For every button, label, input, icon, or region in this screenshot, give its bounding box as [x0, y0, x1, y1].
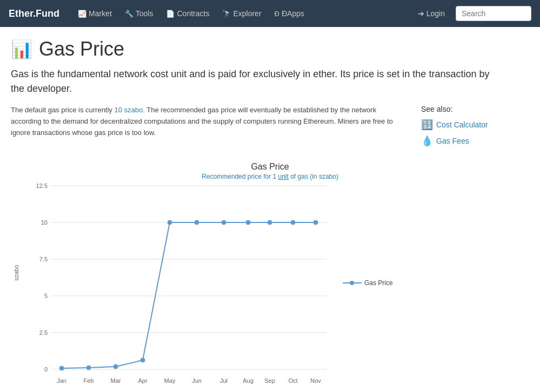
- nav-contracts[interactable]: 📄 Contracts: [161, 6, 215, 21]
- svg-text:Apr: Apr: [138, 377, 147, 384]
- description-text: The default gas price is currently 10 sz…: [11, 105, 399, 151]
- svg-point-31: [268, 220, 272, 225]
- page-icon: 📊: [11, 39, 32, 59]
- svg-point-32: [291, 220, 295, 225]
- svg-text:5: 5: [44, 293, 48, 299]
- svg-point-27: [168, 220, 172, 225]
- cost-calculator-link[interactable]: 🔢 Cost Calculator: [421, 119, 529, 131]
- intro-text: Gas is the fundamental network cost unit…: [11, 67, 497, 96]
- gas-price-chart: 0 2.5 5 7.5 10 12.5 Jan Feb Mar Apr May …: [24, 186, 337, 391]
- chart-subtitle: Recommended price for 1 unit of gas (in …: [11, 173, 529, 180]
- desc-highlight: 10 szabo: [114, 106, 143, 114]
- nav-contracts-label: Contracts: [177, 9, 209, 18]
- nav-dapps[interactable]: Ð ÐApps: [269, 6, 310, 21]
- svg-text:May: May: [164, 377, 176, 384]
- svg-point-26: [141, 358, 145, 362]
- nav-tools[interactable]: 🔧 Tools: [119, 6, 159, 21]
- see-also-panel: See also: 🔢 Cost Calculator 💧 Gas Fees: [421, 105, 529, 151]
- svg-text:Jun: Jun: [192, 377, 202, 384]
- gas-fees-label: Gas Fees: [436, 137, 469, 145]
- svg-point-25: [114, 364, 118, 369]
- svg-text:10: 10: [41, 219, 48, 226]
- tools-icon: 🔧: [125, 10, 134, 18]
- svg-text:Sep: Sep: [264, 377, 275, 384]
- svg-text:Mar: Mar: [111, 377, 121, 384]
- y-axis-label: szabo: [13, 270, 19, 281]
- svg-text:0: 0: [44, 366, 48, 373]
- search-input[interactable]: [456, 6, 531, 21]
- page-header: 📊 Gas Price: [11, 38, 529, 60]
- svg-text:Oct: Oct: [288, 377, 297, 384]
- nav-explorer-label: Explorer: [233, 9, 261, 18]
- main-content: 📊 Gas Price Gas is the fundamental netwo…: [0, 27, 540, 392]
- desc-before: The default gas price is currently: [11, 106, 114, 114]
- dapps-icon: Ð: [275, 10, 279, 18]
- login-link[interactable]: ➔ Login: [411, 6, 451, 21]
- svg-text:2.5: 2.5: [39, 329, 48, 336]
- contracts-icon: 📄: [166, 10, 175, 18]
- see-also-title: See also:: [421, 105, 529, 113]
- gas-fees-link[interactable]: 💧 Gas Fees: [421, 135, 529, 147]
- calculator-icon: 🔢: [421, 119, 433, 131]
- svg-text:Gas Price: Gas Price: [364, 279, 393, 287]
- svg-point-30: [246, 220, 250, 225]
- svg-point-33: [314, 220, 318, 225]
- nav-dapps-label: ÐApps: [282, 9, 304, 18]
- svg-point-29: [222, 220, 226, 225]
- market-icon: 📈: [78, 10, 86, 18]
- svg-point-28: [195, 220, 199, 225]
- svg-text:Jan: Jan: [57, 377, 66, 384]
- gas-fees-icon: 💧: [421, 135, 433, 147]
- svg-text:12.5: 12.5: [36, 183, 48, 189]
- explorer-icon: 🔭: [222, 10, 231, 18]
- nav-market[interactable]: 📈 Market: [72, 6, 117, 21]
- svg-text:Feb: Feb: [84, 377, 94, 384]
- svg-text:7.5: 7.5: [39, 256, 48, 262]
- svg-text:Jul: Jul: [220, 377, 228, 384]
- chart-title: Gas Price: [11, 162, 529, 172]
- brand-logo[interactable]: Ether.Fund: [9, 8, 59, 19]
- nav-market-label: Market: [89, 9, 112, 18]
- description-area: The default gas price is currently 10 sz…: [11, 105, 529, 151]
- nav-tools-label: Tools: [136, 9, 154, 18]
- cost-calculator-label: Cost Calculator: [436, 120, 488, 129]
- svg-point-24: [86, 366, 91, 370]
- svg-text:Aug: Aug: [243, 377, 254, 384]
- nav-links: 📈 Market 🔧 Tools 📄 Contracts 🔭 Explorer …: [72, 6, 411, 21]
- svg-text:Nov: Nov: [310, 377, 321, 384]
- page-title: Gas Price: [39, 38, 124, 60]
- svg-point-23: [59, 366, 64, 370]
- nav-explorer[interactable]: 🔭 Explorer: [217, 6, 266, 21]
- svg-point-35: [350, 281, 354, 285]
